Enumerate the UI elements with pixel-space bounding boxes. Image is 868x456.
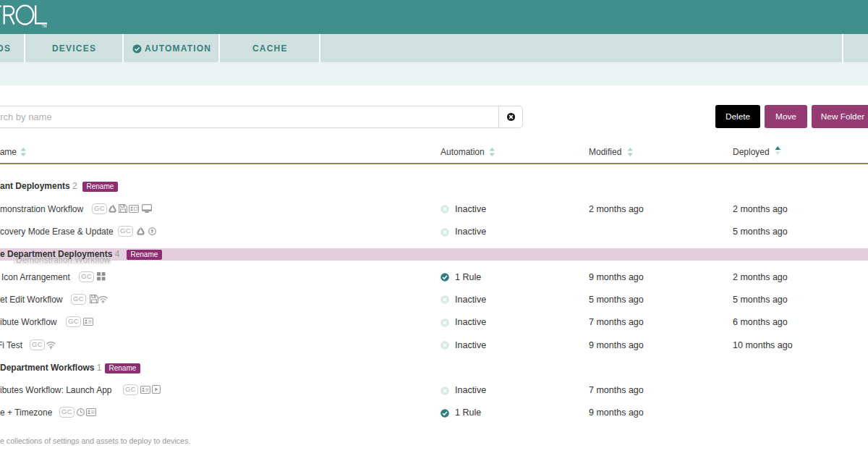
svg-text:TM: TM [42, 25, 47, 28]
